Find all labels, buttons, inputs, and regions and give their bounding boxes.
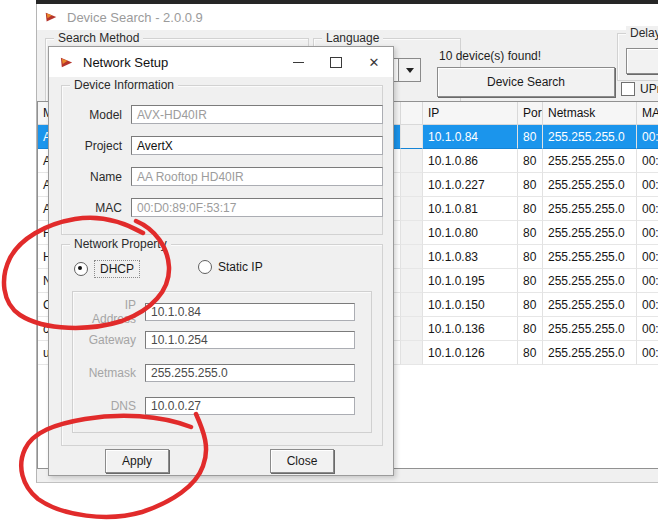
cell-netmask: 255.255.255.0 bbox=[543, 293, 637, 317]
static-ip-radio-row[interactable]: Static IP bbox=[198, 260, 263, 274]
dialog-titlebar[interactable]: Network Setup ✕ bbox=[49, 47, 393, 77]
upnp-checkbox-row[interactable]: UPnP bbox=[621, 82, 658, 96]
gateway-label: Gateway bbox=[79, 333, 136, 347]
cell-mac: 00:D bbox=[637, 341, 658, 365]
apply-button[interactable]: Apply bbox=[105, 449, 169, 473]
device-search-button[interactable]: Device Search bbox=[437, 67, 615, 97]
cell-gap bbox=[401, 125, 423, 149]
cell-port: 80 bbox=[518, 173, 543, 197]
close-button-dialog[interactable]: Close bbox=[270, 449, 334, 473]
language-label: Language bbox=[322, 31, 383, 45]
avertx-logo-icon bbox=[44, 10, 58, 24]
cell-gap bbox=[401, 197, 423, 221]
static-ip-radio-label[interactable]: Static IP bbox=[218, 260, 263, 274]
cell-port: 80 bbox=[518, 341, 543, 365]
cell-port: 80 bbox=[518, 245, 543, 269]
delay-middle-button[interactable]: Mid bbox=[626, 48, 658, 74]
delay-time-label: Delay Ti bbox=[626, 26, 658, 40]
search-method-label: Search Method bbox=[54, 31, 143, 45]
name-field-row: Name AA Rooftop HD40IR bbox=[70, 167, 383, 186]
name-field: AA Rooftop HD40IR bbox=[131, 167, 383, 186]
netmask-field: 255.255.255.0 bbox=[145, 364, 355, 382]
devices-found-status: 10 device(s) found! bbox=[439, 49, 541, 63]
minimize-button[interactable] bbox=[279, 47, 317, 77]
upnp-label: UPnP bbox=[640, 82, 658, 96]
cell-port: 80 bbox=[518, 125, 543, 149]
cell-gap bbox=[401, 341, 423, 365]
gateway-field: 10.1.0.254 bbox=[145, 331, 355, 349]
cell-ip: 10.1.0.150 bbox=[423, 293, 518, 317]
dhcp-radio[interactable] bbox=[74, 262, 88, 276]
ip-address-label: IP Address bbox=[79, 298, 136, 326]
column-header-netmask[interactable]: Netmask bbox=[543, 102, 637, 125]
column-header-port[interactable]: Port bbox=[518, 102, 543, 125]
network-setup-dialog: Network Setup ✕ Device Information Model… bbox=[48, 46, 394, 476]
language-dropdown-button[interactable] bbox=[399, 58, 421, 82]
cell-ip: 10.1.0.136 bbox=[423, 317, 518, 341]
column-header-mac[interactable]: MAC bbox=[637, 102, 658, 125]
project-label: Project bbox=[70, 139, 122, 153]
model-label: Model bbox=[70, 108, 122, 122]
cell-port: 80 bbox=[518, 317, 543, 341]
window-title: Device Search - 2.0.0.9 bbox=[67, 10, 203, 25]
cell-ip: 10.1.0.195 bbox=[423, 269, 518, 293]
cell-mac: 00:D bbox=[637, 293, 658, 317]
cell-port: 80 bbox=[518, 149, 543, 173]
dialog-title: Network Setup bbox=[83, 55, 279, 70]
cell-mac: 00:D bbox=[637, 221, 658, 245]
cell-ip: 10.1.0.227 bbox=[423, 173, 518, 197]
maximize-icon bbox=[330, 57, 342, 68]
cell-ip: 10.1.0.126 bbox=[423, 341, 518, 365]
dhcp-radio-label[interactable]: DHCP bbox=[94, 260, 140, 278]
maximize-button[interactable] bbox=[317, 47, 355, 77]
cell-port: 80 bbox=[518, 269, 543, 293]
cell-ip: 10.1.0.83 bbox=[423, 245, 518, 269]
avertx-logo-icon bbox=[59, 55, 74, 70]
cell-netmask: 255.255.255.0 bbox=[543, 125, 637, 149]
netmask-label: Netmask bbox=[79, 366, 136, 380]
dns-field-row: DNS 10.0.0.27 bbox=[79, 397, 355, 415]
cell-mac: 00:D bbox=[637, 173, 658, 197]
cell-netmask: 255.255.255.0 bbox=[543, 317, 637, 341]
mac-field: 00:D0:89:0F:53:17 bbox=[131, 198, 383, 217]
model-field-row: Model AVX-HD40IR bbox=[70, 105, 383, 124]
dhcp-radio-row[interactable]: DHCP bbox=[74, 260, 140, 278]
name-label: Name bbox=[70, 170, 122, 184]
device-information-label: Device Information bbox=[70, 78, 178, 92]
dns-field: 10.0.0.27 bbox=[145, 397, 355, 415]
cell-port: 80 bbox=[518, 197, 543, 221]
cell-netmask: 255.255.255.0 bbox=[543, 245, 637, 269]
static-ip-radio[interactable] bbox=[198, 260, 212, 274]
cell-gap bbox=[401, 173, 423, 197]
project-field-row: Project AvertX bbox=[70, 136, 383, 155]
column-header-gap[interactable] bbox=[401, 102, 423, 125]
cell-ip: 10.1.0.86 bbox=[423, 149, 518, 173]
cell-netmask: 255.255.255.0 bbox=[543, 269, 637, 293]
cell-mac: 00:D bbox=[637, 197, 658, 221]
cell-gap bbox=[401, 245, 423, 269]
cell-port: 80 bbox=[518, 221, 543, 245]
project-field[interactable]: AvertX bbox=[131, 136, 383, 155]
close-button[interactable]: ✕ bbox=[355, 47, 393, 77]
ip-address-field-row: IP Address 10.1.0.84 bbox=[79, 298, 355, 326]
network-property-label: Network Property bbox=[70, 237, 171, 251]
column-header-ip[interactable]: IP bbox=[423, 102, 518, 125]
cell-mac: 00:D bbox=[637, 149, 658, 173]
cell-mac: 00:D bbox=[637, 317, 658, 341]
main-titlebar[interactable]: Device Search - 2.0.0.9 bbox=[37, 4, 658, 30]
cell-mac: 00:D bbox=[637, 245, 658, 269]
dns-label: DNS bbox=[79, 399, 136, 413]
cell-gap bbox=[401, 221, 423, 245]
cell-gap bbox=[401, 293, 423, 317]
chevron-down-icon bbox=[406, 68, 414, 73]
upnp-checkbox[interactable] bbox=[621, 82, 635, 96]
netmask-field-row: Netmask 255.255.255.0 bbox=[79, 364, 355, 382]
cell-port: 80 bbox=[518, 293, 543, 317]
cell-ip: 10.1.0.84 bbox=[423, 125, 518, 149]
mac-field-row: MAC 00:D0:89:0F:53:17 bbox=[70, 198, 383, 217]
minimize-icon bbox=[293, 62, 304, 63]
close-icon: ✕ bbox=[369, 56, 380, 69]
cell-netmask: 255.255.255.0 bbox=[543, 197, 637, 221]
cell-gap bbox=[401, 149, 423, 173]
model-field: AVX-HD40IR bbox=[131, 105, 383, 124]
